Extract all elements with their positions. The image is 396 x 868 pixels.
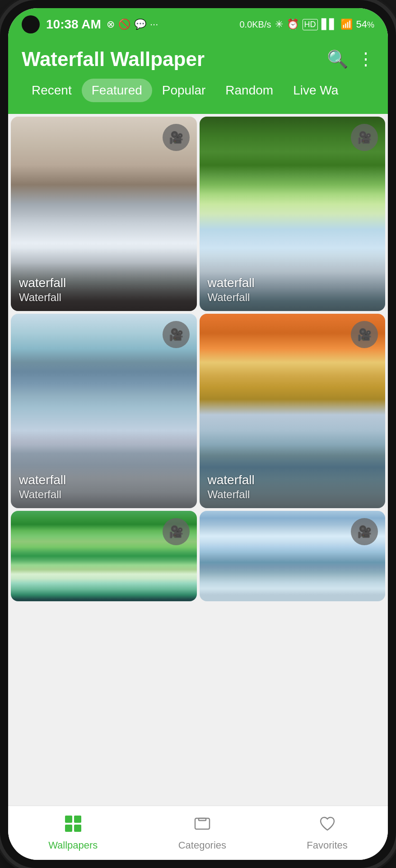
wallpaper-card[interactable]: 🎥 (200, 511, 386, 601)
alarm-status-icon: ⏰ (287, 19, 299, 30)
card-labels-1: waterfall Waterfall (11, 248, 197, 311)
status-bar: 10:38 AM ⊗ 🚫 💬 ··· 0.0KB/s ✳ ⏰ HD ▋▋ 📶 5… (8, 8, 388, 41)
wallpaper-card[interactable]: 🎥 waterfall Waterfall (11, 117, 197, 311)
network-speed: 0.0KB/s (239, 19, 271, 30)
tab-random[interactable]: Random (215, 79, 283, 102)
wallpapers-nav-label: Wallpapers (48, 840, 98, 851)
wallpaper-card[interactable]: 🎥 waterfall Waterfall (200, 117, 386, 311)
svg-rect-1 (74, 816, 81, 823)
phone-screen: 10:38 AM ⊗ 🚫 💬 ··· 0.0KB/s ✳ ⏰ HD ▋▋ 📶 5… (8, 8, 388, 860)
card-subtitle-3: Waterfall (19, 488, 189, 501)
card-subtitle-4: Waterfall (208, 488, 377, 501)
tab-live[interactable]: Live Wa (283, 79, 348, 102)
video-badge-3: 🎥 (163, 321, 190, 348)
svg-rect-3 (74, 825, 81, 832)
content-area: 🎥 waterfall Waterfall 🎥 waterfall (8, 114, 388, 806)
video-badge-1: 🎥 (163, 124, 190, 151)
tab-featured[interactable]: Featured (82, 79, 152, 102)
wallpaper-card[interactable]: 🎥 waterfall Waterfall (11, 314, 197, 508)
svg-rect-0 (65, 816, 72, 823)
wifi-icon: 📶 (340, 19, 353, 30)
video-camera-icon-5: 🎥 (169, 525, 183, 539)
svg-rect-4 (195, 818, 210, 829)
tab-recent[interactable]: Recent (22, 79, 82, 102)
card-labels-4: waterfall Waterfall (200, 445, 386, 508)
battery-level: 54% (356, 19, 375, 30)
card-subtitle-2: Waterfall (208, 291, 377, 304)
video-camera-icon-2: 🎥 (357, 131, 372, 145)
wechat-icon: 💬 (134, 19, 146, 30)
nav-categories[interactable]: Categories (178, 815, 226, 851)
camera-icon (22, 15, 40, 33)
phone-frame: 10:38 AM ⊗ 🚫 💬 ··· 0.0KB/s ✳ ⏰ HD ▋▋ 📶 5… (0, 0, 396, 868)
bluetooth-icon: ✳ (275, 19, 283, 30)
card-subtitle-1: Waterfall (19, 291, 189, 304)
favorites-nav-label: Favorites (307, 840, 347, 851)
app-title: Waterfall Wallpaper (22, 48, 205, 71)
card-title-4: waterfall (208, 472, 377, 488)
app-header: Waterfall Wallpaper 🔍 ⋮ Recent Featured … (8, 41, 388, 114)
more-options-icon[interactable]: ⋮ (357, 49, 374, 69)
categories-nav-label: Categories (178, 840, 226, 851)
alarm-icon: ⊗ (107, 19, 115, 30)
nav-favorites[interactable]: Favorites (307, 815, 347, 851)
status-time: 10:38 AM (46, 17, 101, 32)
status-right: 0.0KB/s ✳ ⏰ HD ▋▋ 📶 54% (239, 19, 374, 30)
app-title-row: Waterfall Wallpaper 🔍 ⋮ (22, 48, 374, 71)
wallpaper-card[interactable]: 🎥 waterfall Waterfall (200, 314, 386, 508)
svg-rect-5 (199, 818, 206, 821)
card-labels-3: waterfall Waterfall (11, 445, 197, 508)
nav-wallpapers[interactable]: Wallpapers (48, 815, 98, 851)
video-badge-6: 🎥 (351, 518, 378, 545)
tab-popular[interactable]: Popular (152, 79, 216, 102)
video-badge-2: 🎥 (351, 124, 378, 151)
tabs-row: Recent Featured Popular Random Live Wa (22, 79, 374, 108)
hd-icon: HD (303, 19, 318, 30)
block-icon: 🚫 (118, 19, 130, 30)
header-icons: 🔍 ⋮ (327, 49, 374, 69)
svg-rect-2 (65, 825, 72, 832)
bottom-nav: Wallpapers Categories Favorites (8, 806, 388, 860)
wallpaper-card[interactable]: 🎥 (11, 511, 197, 601)
card-title-3: waterfall (19, 472, 189, 488)
video-camera-icon-6: 🎥 (357, 525, 372, 539)
wallpaper-grid: 🎥 waterfall Waterfall 🎥 waterfall (11, 117, 385, 601)
wallpapers-nav-icon (64, 815, 82, 837)
card-labels-2: waterfall Waterfall (200, 248, 386, 311)
card-title-1: waterfall (19, 275, 189, 291)
search-icon[interactable]: 🔍 (327, 49, 348, 69)
video-camera-icon-1: 🎥 (169, 131, 183, 145)
video-badge-4: 🎥 (351, 321, 378, 348)
dots-icon: ··· (150, 19, 158, 30)
favorites-nav-icon (318, 815, 336, 837)
video-camera-icon-3: 🎥 (169, 328, 183, 342)
categories-nav-icon (193, 815, 211, 837)
status-icons: ⊗ 🚫 💬 ··· (107, 19, 158, 30)
card-title-2: waterfall (208, 275, 377, 291)
video-badge-5: 🎥 (163, 518, 190, 545)
video-camera-icon-4: 🎥 (357, 328, 372, 342)
signal-icon: ▋▋ (321, 19, 337, 30)
